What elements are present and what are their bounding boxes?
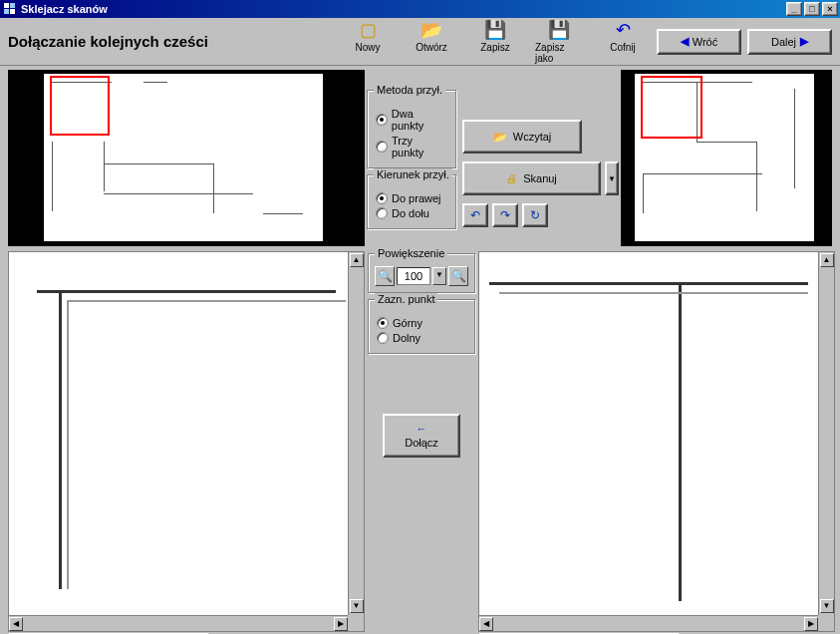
scroll-up-icon[interactable]: ▲ bbox=[820, 253, 834, 267]
zoom-groupbox: Powiększenie 🔍 100 ▼ 🔍 bbox=[368, 253, 475, 293]
scroll-left-icon[interactable]: ◀ bbox=[9, 617, 23, 631]
upper-center-panel: Metoda przył. Dwa punkty Trzy punkty Kie… bbox=[365, 66, 621, 250]
scroll-left-icon[interactable]: ◀ bbox=[479, 617, 493, 631]
radio-trzy-punkty[interactable]: Trzy punkty bbox=[376, 135, 447, 158]
left-preview-panel[interactable] bbox=[8, 70, 365, 246]
left-horizontal-scrollbar[interactable]: ◀ ▶ bbox=[9, 615, 348, 631]
new-label: Nowy bbox=[355, 42, 380, 53]
rotate-right-90-button[interactable]: ↷ bbox=[492, 203, 518, 227]
kierunek-groupbox: Kierunek przył. Do prawej Do dołu bbox=[367, 174, 456, 229]
arrow-left-icon: ← bbox=[417, 423, 427, 435]
radio-icon bbox=[376, 114, 388, 126]
radio-icon bbox=[376, 141, 388, 153]
radio-gorny-label: Górny bbox=[393, 317, 422, 329]
zoom-title: Powiększenie bbox=[375, 247, 447, 259]
scroll-right-icon[interactable]: ▶ bbox=[804, 617, 818, 631]
folder-icon: 📂 bbox=[493, 131, 507, 144]
open-icon: 📂 bbox=[421, 20, 441, 40]
radio-icon bbox=[377, 332, 389, 344]
scroll-right-icon[interactable]: ▶ bbox=[334, 617, 348, 631]
radio-do-dolu[interactable]: Do dołu bbox=[376, 207, 447, 219]
chevron-down-icon: ▼ bbox=[608, 174, 616, 183]
rotate-left-90-button[interactable]: ↶ bbox=[462, 203, 488, 227]
svg-rect-3 bbox=[10, 9, 15, 14]
radio-icon bbox=[376, 192, 388, 204]
close-button[interactable]: × bbox=[822, 2, 838, 16]
saveas-label: Zapisz jako bbox=[535, 42, 583, 64]
scroll-up-icon[interactable]: ▲ bbox=[350, 253, 364, 267]
saveas-button[interactable]: 💾 Zapisz jako bbox=[535, 20, 583, 64]
lower-center-panel: Powiększenie 🔍 100 ▼ 🔍 Zazn. punkt Górny… bbox=[365, 249, 478, 634]
new-button[interactable]: ▢ Nowy bbox=[344, 20, 392, 53]
zazn-groupbox: Zazn. punkt Górny Dolny bbox=[368, 299, 475, 354]
save-button[interactable]: 💾 Zapisz bbox=[471, 20, 519, 53]
radio-dolny[interactable]: Dolny bbox=[377, 332, 466, 344]
zazn-title: Zazn. punkt bbox=[375, 293, 437, 305]
right-preview-panel[interactable] bbox=[621, 70, 832, 246]
skanuj-button[interactable]: 🖨 Skanuj bbox=[462, 161, 601, 195]
dolacz-label: Dołącz bbox=[405, 437, 438, 449]
undo-button[interactable]: ↶ Cofnij bbox=[599, 20, 647, 53]
skanuj-dropdown[interactable]: ▼ bbox=[605, 161, 619, 195]
scroll-down-icon[interactable]: ▼ bbox=[350, 599, 364, 613]
zoom-dropdown[interactable]: ▼ bbox=[432, 267, 446, 285]
radio-trzy-label: Trzy punkty bbox=[392, 135, 447, 158]
scroll-corner bbox=[348, 615, 364, 631]
radio-icon bbox=[377, 317, 389, 329]
undo-icon: ↶ bbox=[613, 20, 633, 40]
right-preview-paper bbox=[635, 74, 814, 241]
skanuj-label: Skanuj bbox=[523, 172, 557, 184]
scroll-down-icon[interactable]: ▼ bbox=[820, 599, 834, 613]
dolacz-button[interactable]: ← Dołącz bbox=[383, 414, 460, 458]
new-icon: ▢ bbox=[358, 20, 378, 40]
right-horizontal-scrollbar[interactable]: ◀ ▶ bbox=[479, 615, 818, 631]
titlebar: Sklejacz skanów _ □ × bbox=[0, 0, 840, 18]
lower-area: ▲ ▼ ◀ ▶ 776 x 1077 G D Powiększenie 🔍 10… bbox=[0, 249, 840, 634]
metoda-title: Metoda przył. bbox=[374, 84, 445, 96]
wczytaj-button[interactable]: 📂 Wczytaj bbox=[462, 120, 582, 154]
back-button[interactable]: ◀ Wróć bbox=[657, 29, 741, 55]
scanner-icon: 🖨 bbox=[506, 172, 517, 184]
left-selection-rect[interactable] bbox=[50, 76, 110, 136]
right-selection-rect[interactable] bbox=[641, 76, 702, 139]
tool-buttons: ▢ Nowy 📂 Otwórz 💾 Zapisz 💾 Zapisz jako ↶… bbox=[344, 20, 647, 64]
radio-prawej-label: Do prawej bbox=[392, 192, 441, 204]
radio-dolu-label: Do dołu bbox=[392, 207, 429, 219]
save-label: Zapisz bbox=[480, 42, 509, 53]
radio-dwa-label: Dwa punkty bbox=[392, 108, 447, 132]
rotate-180-button[interactable]: ↻ bbox=[522, 203, 548, 227]
saveas-icon: 💾 bbox=[549, 20, 569, 40]
right-vertical-scrollbar[interactable]: ▲ ▼ bbox=[818, 252, 834, 615]
zoom-value-input[interactable]: 100 bbox=[397, 267, 430, 285]
left-vertical-scrollbar[interactable]: ▲ ▼ bbox=[348, 252, 364, 615]
left-view-panel[interactable]: ▲ ▼ ◀ ▶ 776 x 1077 G D bbox=[8, 251, 365, 632]
kierunek-title: Kierunek przył. bbox=[374, 168, 452, 180]
maximize-button[interactable]: □ bbox=[804, 2, 820, 16]
zoom-out-button[interactable]: 🔍 bbox=[448, 266, 468, 286]
nav-buttons: ◀ Wróć Dalej ▶ bbox=[657, 29, 832, 55]
zoom-out-icon: 🔍 bbox=[451, 269, 466, 283]
next-button[interactable]: Dalej ▶ bbox=[747, 29, 832, 55]
svg-rect-0 bbox=[4, 3, 9, 8]
radio-dwa-punkty[interactable]: Dwa punkty bbox=[376, 108, 447, 132]
open-button[interactable]: 📂 Otwórz bbox=[408, 20, 455, 53]
upper-area: Metoda przył. Dwa punkty Trzy punkty Kie… bbox=[0, 66, 840, 250]
open-label: Otwórz bbox=[416, 42, 447, 53]
toolbar: Dołączanie kolejnych cześci ▢ Nowy 📂 Otw… bbox=[0, 18, 840, 66]
radio-icon bbox=[376, 207, 388, 219]
zoom-in-icon: 🔍 bbox=[378, 269, 393, 283]
page-title: Dołączanie kolejnych cześci bbox=[8, 33, 208, 50]
metoda-groupbox: Metoda przył. Dwa punkty Trzy punkty bbox=[367, 90, 456, 168]
minimize-button[interactable]: _ bbox=[786, 2, 802, 16]
svg-rect-2 bbox=[4, 9, 9, 14]
rotate-right-icon: ↷ bbox=[500, 208, 510, 222]
app-icon bbox=[2, 1, 18, 17]
right-view-panel[interactable]: ▲ ▼ ◀ ▶ 793 x 1073 G D bbox=[478, 251, 835, 632]
arrow-right-icon: ▶ bbox=[800, 35, 808, 48]
radio-do-prawej[interactable]: Do prawej bbox=[376, 192, 447, 204]
left-preview-paper bbox=[44, 74, 323, 241]
radio-gorny[interactable]: Górny bbox=[377, 317, 466, 329]
next-label: Dalej bbox=[771, 36, 796, 48]
rotate-180-icon: ↻ bbox=[530, 208, 540, 222]
zoom-in-button[interactable]: 🔍 bbox=[375, 266, 395, 286]
